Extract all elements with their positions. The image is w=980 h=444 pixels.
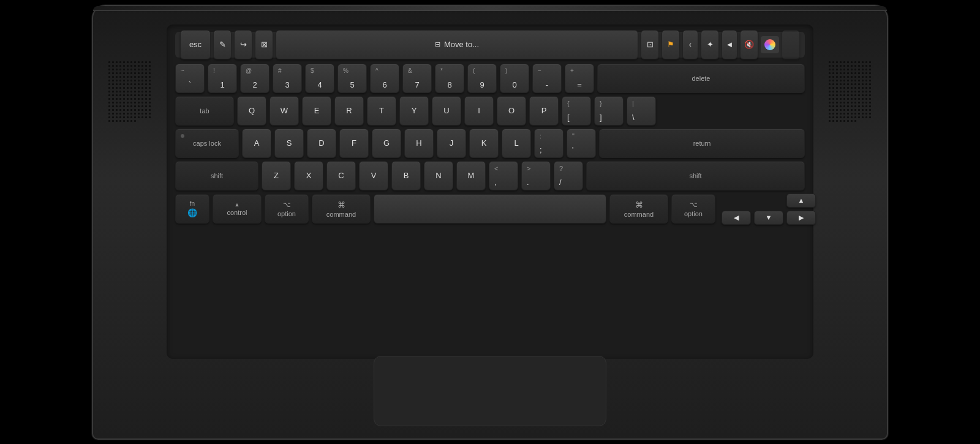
key-9[interactable]: (9 — [467, 64, 497, 93]
laptop-body: esc ✎ ↪ ⊠ ⊟ Move to... ⊡ ⚑ ‹ ✦ ◄ 🔇 ~` — [92, 5, 888, 440]
bottom-row: fn 🌐 ▲ control ⌥ option ⌘ command ⌘ — [175, 194, 805, 225]
key-period[interactable]: >. — [521, 161, 551, 190]
key-x[interactable]: X — [294, 161, 323, 190]
keyboard-area: esc ✎ ↪ ⊠ ⊟ Move to... ⊡ ⚑ ‹ ✦ ◄ 🔇 ~` — [167, 24, 813, 359]
key-q[interactable]: Q — [237, 96, 266, 126]
asdf-row: caps lock A S D F G H J K L :; "' return — [175, 129, 805, 158]
key-c[interactable]: C — [326, 161, 356, 190]
key-b[interactable]: B — [391, 161, 421, 190]
tb-edit-icon[interactable]: ✎ — [213, 30, 232, 59]
key-v[interactable]: V — [359, 161, 388, 190]
key-minus[interactable]: −- — [532, 64, 562, 93]
key-backtick[interactable]: ~` — [175, 64, 205, 93]
tb-left-icon[interactable]: ‹ — [682, 30, 698, 59]
delete-key[interactable]: delete — [597, 64, 805, 93]
tb-brightness-icon[interactable]: ✦ — [701, 30, 719, 59]
key-comma[interactable]: <, — [489, 161, 518, 190]
touch-bar: esc ✎ ↪ ⊠ ⊟ Move to... ⊡ ⚑ ‹ ✦ ◄ 🔇 — [175, 32, 805, 58]
arrow-bottom-row: ◀ ▼ ▶ — [722, 211, 816, 225]
key-semicolon[interactable]: :; — [534, 129, 564, 158]
key-0[interactable]: )0 — [500, 64, 529, 93]
key-t[interactable]: T — [367, 96, 396, 126]
key-z[interactable]: Z — [262, 161, 291, 190]
key-d[interactable]: D — [307, 129, 336, 158]
key-open-bracket[interactable]: {[ — [562, 96, 591, 126]
arrow-top-row: ▲ — [786, 194, 816, 208]
key-j[interactable]: J — [437, 129, 466, 158]
key-e[interactable]: E — [302, 96, 331, 126]
return-key[interactable]: return — [599, 129, 805, 158]
key-6[interactable]: ^6 — [370, 64, 399, 93]
tb-extra-key[interactable] — [782, 30, 800, 59]
key-h[interactable]: H — [404, 129, 434, 158]
key-1[interactable]: !1 — [208, 64, 237, 93]
trackpad[interactable] — [374, 356, 606, 426]
key-3[interactable]: #3 — [273, 64, 302, 93]
fn-key[interactable]: fn 🌐 — [175, 194, 209, 224]
esc-key[interactable]: esc — [180, 30, 211, 59]
right-option-key[interactable]: ⌥ option — [671, 194, 715, 224]
arrow-left-key[interactable]: ◀ — [722, 211, 751, 225]
tb-moveto-button[interactable]: ⊟ Move to... — [276, 30, 638, 59]
key-4[interactable]: $4 — [305, 64, 334, 93]
left-option-key[interactable]: ⌥ option — [265, 194, 309, 224]
tab-key[interactable]: tab — [175, 96, 234, 126]
key-p[interactable]: P — [529, 96, 559, 126]
key-i[interactable]: I — [464, 96, 494, 126]
key-f[interactable]: F — [339, 129, 369, 158]
key-2[interactable]: @2 — [240, 64, 270, 93]
left-command-key[interactable]: ⌘ command — [312, 194, 371, 224]
space-key[interactable] — [374, 194, 606, 224]
zxcv-row: shift Z X C V B N M <, >. ?/ shift — [175, 161, 805, 190]
tb-trash-icon[interactable]: ⊡ — [641, 30, 659, 59]
speaker-right — [823, 55, 878, 288]
control-key[interactable]: ▲ control — [213, 194, 262, 224]
key-equals[interactable]: += — [565, 64, 594, 93]
key-s[interactable]: S — [274, 129, 304, 158]
key-a[interactable]: A — [242, 129, 271, 158]
key-n[interactable]: N — [424, 161, 453, 190]
key-u[interactable]: U — [432, 96, 461, 126]
caps-lock-key[interactable]: caps lock — [175, 129, 239, 158]
caps-lock-indicator — [181, 134, 184, 138]
siri-icon — [764, 39, 775, 50]
key-8[interactable]: *8 — [435, 64, 464, 93]
key-quote[interactable]: "' — [567, 129, 596, 158]
tb-flag-icon[interactable]: ⚑ — [662, 30, 680, 59]
key-slash[interactable]: ?/ — [554, 161, 583, 190]
tb-volume-down-icon[interactable]: ◄ — [722, 30, 737, 59]
key-5[interactable]: %5 — [337, 64, 367, 93]
key-y[interactable]: Y — [399, 96, 429, 126]
key-g[interactable]: G — [372, 129, 401, 158]
key-7[interactable]: &7 — [402, 64, 432, 93]
arrow-up-key[interactable]: ▲ — [786, 194, 816, 208]
key-r[interactable]: R — [334, 96, 364, 126]
left-shift-key[interactable]: shift — [175, 161, 258, 190]
key-l[interactable]: L — [502, 129, 531, 158]
key-rows: ~` !1 @2 #3 $4 %5 ^6 &7 *8 (9 )0 −- += d… — [175, 64, 805, 225]
number-row: ~` !1 @2 #3 $4 %5 ^6 &7 *8 (9 )0 −- += d… — [175, 64, 805, 93]
key-close-bracket[interactable]: }] — [594, 96, 624, 126]
arrow-down-key[interactable]: ▼ — [754, 211, 783, 225]
tb-siri-button[interactable] — [761, 36, 779, 53]
key-k[interactable]: K — [469, 129, 499, 158]
qwerty-row: tab Q W E R T Y U I O P {[ }] |\ — [175, 96, 805, 126]
tb-archive-icon[interactable]: ⊠ — [255, 30, 273, 59]
arrow-right-key[interactable]: ▶ — [786, 211, 816, 225]
key-m[interactable]: M — [456, 161, 486, 190]
arrow-cluster: ▲ ◀ ▼ ▶ — [722, 194, 816, 225]
top-bar — [93, 6, 887, 11]
tb-share-icon[interactable]: ↪ — [234, 30, 252, 59]
tb-mute-icon[interactable]: 🔇 — [740, 30, 758, 59]
right-shift-key[interactable]: shift — [586, 161, 805, 190]
speaker-left — [102, 55, 157, 288]
key-backslash[interactable]: |\ — [627, 96, 656, 126]
key-w[interactable]: W — [270, 96, 299, 126]
key-o[interactable]: O — [497, 96, 526, 126]
right-command-key[interactable]: ⌘ command — [609, 194, 668, 224]
